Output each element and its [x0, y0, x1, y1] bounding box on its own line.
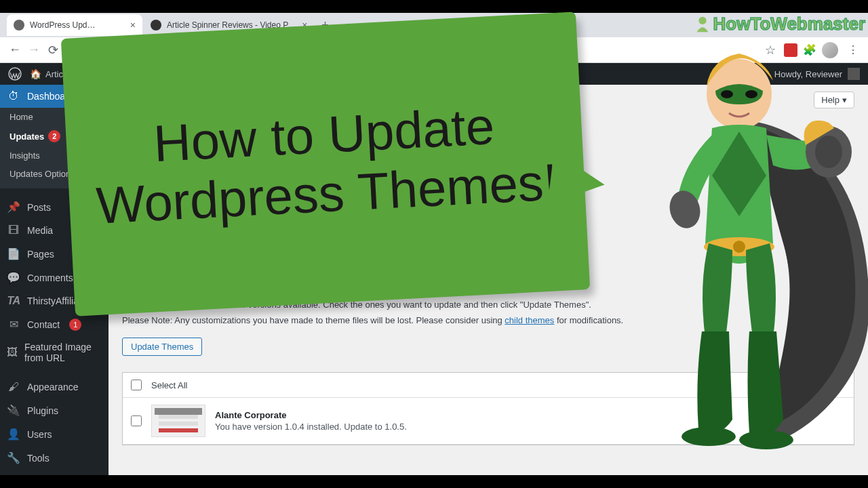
- select-all-row: Select All: [123, 373, 854, 398]
- chrome-menu-icon[interactable]: ⋮: [844, 43, 863, 56]
- watermark: HowToWebmaster: [693, 14, 865, 35]
- howdy-account[interactable]: Howdy, Reviewer: [774, 68, 860, 80]
- chevron-down-icon: ▾: [842, 95, 847, 105]
- tab-title: WordPress Upd…: [30, 20, 125, 30]
- updates-count-badge: 2: [48, 130, 60, 142]
- menu-label: Featured Image from URL: [24, 342, 102, 363]
- menu-tools[interactable]: 🔧Tools: [0, 446, 108, 470]
- menu-featured-image-from-url[interactable]: 🖼Featured Image from URL: [0, 336, 108, 369]
- menu-label: Appearance: [27, 382, 79, 392]
- menu-contact[interactable]: ✉Contact1: [0, 312, 108, 336]
- user-avatar: [848, 68, 860, 80]
- help-tab[interactable]: Help ▾: [814, 92, 854, 108]
- back-button[interactable]: ←: [5, 41, 24, 60]
- menu-icon: 🎞: [7, 224, 20, 237]
- menu-label: Tools: [27, 453, 50, 464]
- speech-bubble-overlay: How to Update Wordpress Themes!: [61, 12, 590, 316]
- theme-row: Alante Corporate You have version 1.0.4 …: [123, 398, 854, 445]
- menu-icon: 📌: [7, 201, 20, 214]
- menu-label: Contact: [27, 319, 60, 330]
- menu-label: Posts: [27, 202, 51, 213]
- menu-label: Plugins: [27, 405, 58, 416]
- extensions-menu-icon[interactable]: 🧩: [803, 43, 816, 56]
- theme-checkbox[interactable]: [131, 415, 142, 426]
- menu-icon: 🖼: [7, 346, 18, 359]
- bookmark-icon[interactable]: ☆: [765, 43, 776, 58]
- update-themes-button[interactable]: Update Themes: [122, 338, 202, 356]
- menu-icon: 🖌: [7, 381, 20, 393]
- themes-table: Select All Alante Corporate You have ver…: [122, 372, 854, 445]
- svg-point-11: [698, 16, 706, 24]
- extension-icon[interactable]: [784, 43, 797, 57]
- browser-tab-active[interactable]: WordPress Upd… ×: [7, 14, 142, 36]
- menu-icon: 🔌: [7, 404, 20, 417]
- menu-appearance[interactable]: 🖌Appearance: [0, 375, 108, 399]
- menu-plugins[interactable]: 🔌Plugins: [0, 399, 108, 422]
- menu-users[interactable]: 👤Users: [0, 422, 108, 446]
- theme-thumbnail: [151, 405, 205, 437]
- menu-label: Media: [27, 225, 53, 236]
- home-icon: 🏠: [30, 68, 41, 79]
- wordpress-logo-icon[interactable]: [8, 67, 22, 81]
- menu-settings[interactable]: ⚙Settings: [0, 470, 108, 475]
- count-badge: 1: [69, 319, 81, 331]
- watermark-mascot-icon: [693, 15, 712, 34]
- site-favicon: [151, 20, 161, 30]
- theme-name: Alante Corporate: [215, 410, 407, 420]
- select-all-label: Select All: [151, 380, 187, 390]
- speech-bubble-text: How to Update Wordpress Themes!: [61, 12, 590, 316]
- menu-label: Comments: [27, 272, 73, 283]
- menu-label: Pages: [27, 249, 54, 260]
- watermark-text: HowToWebmaster: [713, 14, 865, 35]
- menu-icon: 💬: [7, 271, 20, 284]
- dashboard-icon: ⏱: [7, 90, 20, 102]
- forward-button[interactable]: →: [24, 41, 43, 60]
- child-themes-link[interactable]: child themes: [505, 315, 554, 325]
- menu-icon: 📄: [7, 247, 20, 260]
- howdy-text: Howdy, Reviewer: [774, 69, 842, 79]
- reload-button[interactable]: ⟳: [43, 41, 62, 60]
- menu-label: Users: [27, 429, 52, 440]
- menu-icon: 👤: [7, 428, 20, 441]
- profile-avatar[interactable]: [822, 42, 838, 58]
- thirstyaffiliates-icon: TA: [7, 295, 20, 307]
- menu-icon: ✉: [7, 318, 20, 331]
- select-all-checkbox[interactable]: [131, 380, 142, 390]
- menu-icon: 🔧: [7, 451, 20, 464]
- theme-update-desc: You have version 1.0.4 installed. Update…: [215, 422, 407, 432]
- wordpress-favicon: [14, 20, 24, 30]
- close-icon[interactable]: ×: [130, 20, 136, 30]
- themes-note-text: Please Note: Any customizations you have…: [122, 315, 854, 325]
